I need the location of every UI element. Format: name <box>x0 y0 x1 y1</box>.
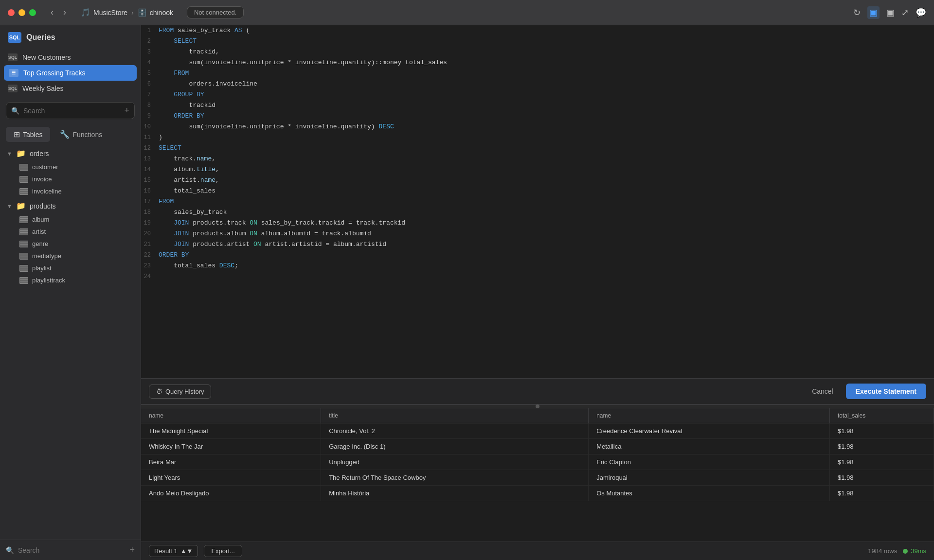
tree-item-album[interactable]: album <box>0 213 141 226</box>
line-num-24: 24 <box>141 271 159 282</box>
cell-sales-1: $1.98 <box>829 439 934 455</box>
result-selector[interactable]: Result 1 ▲▼ <box>149 545 198 557</box>
line-content-5: FROM <box>159 68 189 79</box>
folder-icon-orders: 📁 <box>16 149 26 158</box>
line-content-22: ORDER BY <box>159 250 189 261</box>
line-content-7: GROUP BY <box>159 89 204 100</box>
cell-title-0: Chronicle, Vol. 2 <box>321 423 589 439</box>
tables-icon: ⊞ <box>14 130 20 139</box>
sidebar-bottom-search[interactable]: 🔍 + <box>0 540 141 560</box>
nav-buttons: ‹ › <box>48 6 69 18</box>
line-num-9: 9 <box>141 111 159 122</box>
artist-label: artist <box>32 228 46 235</box>
sidebar-item-weekly-sales[interactable]: SQL Weekly Sales <box>0 81 141 96</box>
functions-tab-label: Functions <box>72 131 102 139</box>
sidebar-item-top-grossing-tracks[interactable]: ☰ Top Grossing Tracks <box>4 65 137 81</box>
tree-item-genre[interactable]: genre <box>0 238 141 250</box>
time-label: 39ms <box>911 547 926 555</box>
query-history-button[interactable]: ⏱ Query History <box>149 385 211 399</box>
code-line-24: 24 <box>141 271 934 282</box>
line-num-22: 22 <box>141 250 159 261</box>
code-line-4: 4 sum(invoiceline.unitprice * invoicelin… <box>141 57 934 68</box>
minimize-button[interactable] <box>18 9 25 16</box>
queries-label: Queries <box>26 33 55 42</box>
results-area: name title name total_sales The Midnight… <box>141 404 934 560</box>
table-row: Light Years The Return Of The Space Cowb… <box>141 470 934 486</box>
tree-item-mediatype[interactable]: mediatype <box>0 250 141 262</box>
line-num-15: 15 <box>141 175 159 186</box>
execute-button[interactable]: Execute Statement <box>846 384 926 399</box>
tree-item-artist[interactable]: artist <box>0 226 141 238</box>
table-row: Ando Meio Desligado Minha História Os Mu… <box>141 486 934 501</box>
products-group-label: products <box>30 202 56 210</box>
search-input-queries[interactable] <box>23 107 120 115</box>
expand-icon[interactable]: ⤢ <box>901 7 909 18</box>
code-line-10: 10 sum(invoiceline.unitprice * invoiceli… <box>141 122 934 132</box>
sidebar-left-icon[interactable]: ▣ <box>867 6 880 19</box>
add-query-icon[interactable]: + <box>124 105 129 116</box>
tab-tables[interactable]: ⊞ Tables <box>6 127 50 142</box>
tab-functions[interactable]: 🔧 Functions <box>52 127 110 142</box>
line-content-4: sum(invoiceline.unitprice * invoiceline.… <box>159 57 447 68</box>
titlebar-center: 🎵 MusicStore › 🗄️ chinook Not connected. <box>81 6 244 18</box>
col-header-name: name <box>141 408 321 423</box>
line-content-10: sum(invoiceline.unitprice * invoiceline.… <box>159 122 394 132</box>
line-num-23: 23 <box>141 261 159 271</box>
nav-back-button[interactable]: ‹ <box>48 6 56 18</box>
sidebar-tabs: ⊞ Tables 🔧 Functions <box>0 123 141 144</box>
search-icon-bottom: 🔍 <box>6 546 14 554</box>
sidebar-right-icon[interactable]: ▣ <box>886 7 895 18</box>
line-content-12: SELECT <box>159 143 181 154</box>
tree-group-header-orders[interactable]: ▼ 📁 orders <box>0 146 141 161</box>
maximize-button[interactable] <box>29 9 36 16</box>
db-name-label: chinook <box>150 9 173 17</box>
status-success: 39ms <box>903 547 926 555</box>
code-line-5: 5 FROM <box>141 68 934 79</box>
close-button[interactable] <box>8 9 15 16</box>
customer-label: customer <box>32 163 58 171</box>
cell-name-1: Whiskey In The Jar <box>141 439 321 455</box>
table-icon-playlisttrack <box>19 277 28 284</box>
tree-item-invoiceline[interactable]: invoiceline <box>0 185 141 197</box>
sidebar-item-new-customers[interactable]: SQL New Customers <box>0 50 141 65</box>
code-editor[interactable]: 1 FROM sales_by_track AS ( 2 SELECT 3 tr… <box>141 25 934 378</box>
chat-icon[interactable]: 💬 <box>916 7 926 18</box>
line-num-20: 20 <box>141 228 159 239</box>
table-icon-playlist <box>19 265 28 272</box>
refresh-icon[interactable]: ↻ <box>853 7 861 18</box>
cell-sales-2: $1.98 <box>829 455 934 470</box>
code-line-14: 14 album.title, <box>141 164 934 175</box>
playlist-label: playlist <box>32 264 52 272</box>
status-bar: Result 1 ▲▼ Export... 1984 rows 39ms <box>141 542 934 560</box>
line-content-8: trackid <box>159 100 216 111</box>
add-table-icon[interactable]: + <box>129 545 135 555</box>
results-table-wrapper[interactable]: name title name total_sales The Midnight… <box>141 408 934 542</box>
connection-status: Not connected. <box>187 6 244 18</box>
cell-name-4: Ando Meio Desligado <box>141 486 321 501</box>
titlebar: ‹ › 🎵 MusicStore › 🗄️ chinook Not connec… <box>0 0 934 25</box>
line-content-20: JOIN products.album ON album.albumid = t… <box>159 228 371 239</box>
table-icon-artist <box>19 228 28 235</box>
cell-sales-4: $1.98 <box>829 486 934 501</box>
line-num-16: 16 <box>141 186 159 196</box>
tree-item-playlist[interactable]: playlist <box>0 262 141 274</box>
export-button[interactable]: Export... <box>204 545 242 557</box>
col-header-total-sales: total_sales <box>829 408 934 423</box>
line-content-9: ORDER BY <box>159 111 204 122</box>
nav-forward-button[interactable]: › <box>60 6 69 18</box>
tree-item-customer[interactable]: customer <box>0 161 141 173</box>
line-num-8: 8 <box>141 100 159 111</box>
col-header-name2: name <box>589 408 830 423</box>
folder-icon-products: 📁 <box>16 201 26 210</box>
tree-item-playlisttrack[interactable]: playlisttrack <box>0 274 141 286</box>
result-label: Result 1 <box>154 547 178 555</box>
sidebar-search-bar[interactable]: 🔍 + <box>6 102 135 119</box>
search-input-bottom[interactable] <box>18 546 126 554</box>
album-label: album <box>32 216 49 223</box>
tree-group-header-products[interactable]: ▼ 📁 products <box>0 198 141 213</box>
cancel-button[interactable]: Cancel <box>805 385 840 398</box>
resize-handle[interactable] <box>141 404 934 408</box>
results-table: name title name total_sales The Midnight… <box>141 408 934 501</box>
functions-icon: 🔧 <box>60 130 70 139</box>
tree-item-invoice[interactable]: invoice <box>0 173 141 185</box>
